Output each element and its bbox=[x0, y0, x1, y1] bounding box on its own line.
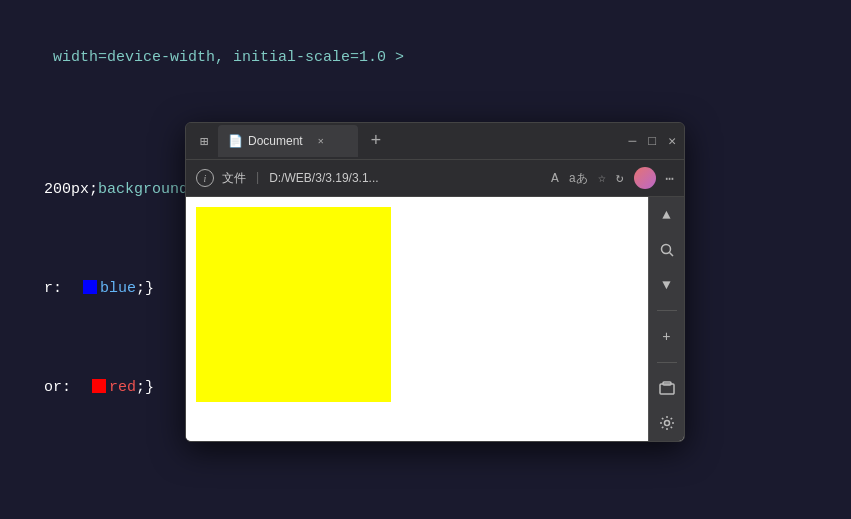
code-text-5c: ;} bbox=[136, 379, 154, 396]
browser-addressbar: i 文件 | D:/WEB/3/3.19/3.1... A aあ ☆ ↻ ⋯ bbox=[186, 159, 684, 197]
red-color-swatch bbox=[92, 379, 106, 393]
favorites-icon[interactable]: ☆ bbox=[598, 170, 606, 186]
toolbar-tools: A aあ ☆ ↻ ⋯ bbox=[551, 167, 674, 189]
close-button[interactable]: ✕ bbox=[668, 133, 676, 149]
code-text-5b: red bbox=[109, 379, 136, 396]
code-text: width=device-width, initial-scale=1.0 > bbox=[44, 49, 404, 66]
font-icon[interactable]: aあ bbox=[569, 170, 588, 187]
code-text-4b: blue bbox=[100, 280, 136, 297]
svg-point-0 bbox=[661, 244, 670, 253]
scroll-up-button[interactable]: ▲ bbox=[654, 205, 680, 224]
grid-icon[interactable]: ⊞ bbox=[194, 131, 214, 151]
new-tab-button[interactable]: + bbox=[362, 127, 390, 155]
browser-content: ▲ ▼ + bbox=[186, 197, 684, 441]
code-text-4c: ;} bbox=[136, 280, 154, 297]
webpage-area bbox=[186, 197, 648, 441]
refresh-icon[interactable]: ↻ bbox=[616, 170, 624, 186]
window-controls: ─ □ ✕ bbox=[629, 133, 676, 149]
profile-avatar[interactable] bbox=[634, 167, 656, 189]
browser-sidebar: ▲ ▼ + bbox=[648, 197, 684, 441]
add-button[interactable]: + bbox=[654, 327, 680, 346]
divider-2 bbox=[657, 362, 677, 363]
maximize-button[interactable]: □ bbox=[648, 134, 656, 149]
addr-separator: | bbox=[254, 171, 261, 185]
browser-window: ⊞ 📄 Document ✕ + ─ □ ✕ i 文件 | D:/WEB/3/3… bbox=[185, 122, 685, 442]
browser-tab[interactable]: 📄 Document ✕ bbox=[218, 125, 358, 157]
screenshot-button[interactable] bbox=[654, 379, 680, 398]
svg-point-4 bbox=[664, 421, 669, 426]
info-icon[interactable]: i bbox=[196, 169, 214, 187]
more-options-icon[interactable]: ⋯ bbox=[666, 170, 674, 187]
tab-title: Document bbox=[248, 134, 303, 148]
browser-titlebar: ⊞ 📄 Document ✕ + ─ □ ✕ bbox=[186, 123, 684, 159]
tab-area: ⊞ 📄 Document ✕ + bbox=[194, 125, 629, 157]
reader-view-icon[interactable]: A bbox=[551, 171, 559, 186]
code-text-4a: r: bbox=[44, 280, 80, 297]
code-line-1: width=device-width, initial-scale=1.0 > bbox=[0, 8, 851, 107]
search-button[interactable] bbox=[654, 240, 680, 259]
code-text-3a: 200px; bbox=[44, 181, 98, 198]
minimize-button[interactable]: ─ bbox=[629, 134, 637, 149]
blue-color-swatch bbox=[83, 280, 97, 294]
tab-close-button[interactable]: ✕ bbox=[313, 133, 329, 149]
tab-favicon-icon: 📄 bbox=[228, 134, 242, 148]
address-path[interactable]: D:/WEB/3/3.19/3.1... bbox=[269, 171, 378, 185]
yellow-box-element bbox=[196, 207, 391, 402]
code-text-5a: or: bbox=[44, 379, 89, 396]
divider-1 bbox=[657, 310, 677, 311]
scroll-down-button[interactable]: ▼ bbox=[654, 275, 680, 294]
settings-button[interactable] bbox=[654, 414, 680, 433]
svg-line-1 bbox=[669, 252, 673, 256]
file-label: 文件 bbox=[222, 170, 246, 187]
